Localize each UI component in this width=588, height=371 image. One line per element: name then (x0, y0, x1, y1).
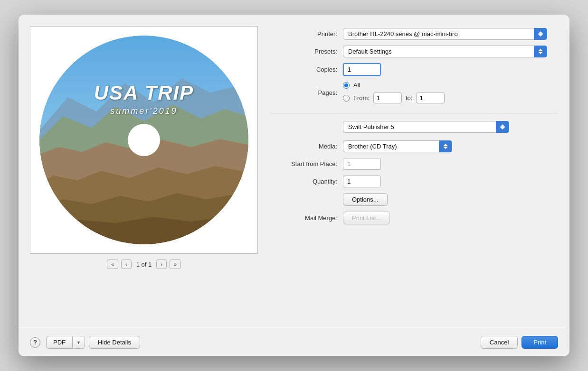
quantity-input[interactable] (343, 176, 381, 187)
first-page-button[interactable]: « (107, 260, 118, 269)
options-row: Options... (343, 193, 558, 206)
copies-row: Copies: (269, 63, 558, 76)
page-info: 1 of 1 (136, 261, 152, 268)
start-from-place-row: Start from Place: (269, 158, 558, 170)
start-from-place-input[interactable] (343, 158, 381, 170)
pages-from-label: From: (353, 94, 370, 102)
pdf-dropdown-arrow-icon: ▼ (76, 340, 81, 345)
controls-panel: Printer: Brother HL-2240 series @ mac-mi… (269, 26, 558, 320)
presets-select[interactable]: Default Settings (343, 46, 547, 57)
pages-group: All From: to: (343, 82, 445, 103)
pages-from-input[interactable] (373, 93, 402, 103)
pagination-bar: « ‹ 1 of 1 › » (107, 260, 181, 269)
pdf-dropdown-button[interactable]: ▼ (72, 336, 85, 349)
help-button[interactable]: ? (30, 337, 40, 348)
plugin-select-row: Swift Publisher 5 (343, 121, 558, 133)
svg-marker-8 (39, 216, 248, 244)
plugin-select[interactable]: Swift Publisher 5 (343, 121, 509, 133)
prev-page-button[interactable]: ‹ (121, 260, 132, 269)
printer-row: Printer: Brother HL-2240 series @ mac-mi… (269, 28, 558, 40)
media-label: Media: (269, 143, 343, 150)
quantity-row: Quantity: (269, 176, 558, 187)
cd-disc-preview: USA TRIP summer'2019 (39, 36, 248, 244)
cd-hole (128, 124, 160, 156)
cd-title: USA TRIP (94, 82, 194, 104)
presets-select-wrapper: Default Settings (343, 46, 547, 57)
pdf-group: PDF ▼ (46, 336, 85, 349)
media-select[interactable]: Brother (CD Tray) (343, 140, 452, 152)
copies-input[interactable] (343, 63, 381, 76)
pages-label: Pages: (269, 89, 343, 96)
media-row: Media: Brother (CD Tray) (269, 140, 558, 152)
presets-row: Presets: Default Settings (269, 46, 558, 57)
pdf-button[interactable]: PDF (46, 336, 72, 349)
mail-merge-label: Mail Merge: (269, 214, 343, 222)
mail-merge-row: Mail Merge: Print List... (269, 212, 558, 224)
quantity-label: Quantity: (269, 178, 343, 185)
options-button[interactable]: Options... (343, 193, 388, 206)
dialog-footer: ? PDF ▼ Hide Details Cancel Print (19, 328, 569, 356)
plugin-select-wrapper: Swift Publisher 5 (343, 121, 509, 133)
pages-all-radio[interactable] (343, 82, 350, 89)
start-from-place-label: Start from Place: (269, 160, 343, 167)
printer-label: Printer: (269, 30, 343, 37)
hide-details-button[interactable]: Hide Details (89, 336, 140, 349)
media-select-wrapper: Brother (CD Tray) (343, 140, 452, 152)
copies-label: Copies: (269, 66, 343, 73)
printer-select-wrapper: Brother HL-2240 series @ mac-mini-bro (343, 28, 547, 40)
cd-background: USA TRIP summer'2019 (39, 36, 248, 244)
cd-text: USA TRIP summer'2019 (94, 82, 194, 116)
print-dialog: USA TRIP summer'2019 « ‹ 1 of 1 › » (19, 15, 569, 356)
cd-subtitle: summer'2019 (94, 106, 194, 116)
print-button[interactable]: Print (522, 336, 558, 349)
pages-row: Pages: All From: to: (269, 82, 558, 103)
section-divider (269, 113, 558, 113)
printer-select[interactable]: Brother HL-2240 series @ mac-mini-bro (343, 28, 547, 40)
print-preview: USA TRIP summer'2019 (30, 26, 258, 254)
next-page-button[interactable]: › (156, 260, 167, 269)
last-page-button[interactable]: » (170, 260, 181, 269)
presets-label: Presets: (269, 48, 343, 55)
pages-range-row: From: to: (343, 93, 445, 103)
pages-all-label: All (353, 82, 360, 89)
print-list-button[interactable]: Print List... (343, 212, 390, 224)
cancel-button[interactable]: Cancel (481, 336, 518, 349)
pages-to-input[interactable] (416, 93, 445, 103)
pages-all-row: All (343, 82, 445, 89)
preview-panel: USA TRIP summer'2019 « ‹ 1 of 1 › » (30, 26, 258, 320)
pages-to-label: to: (406, 94, 412, 102)
pages-range-radio[interactable] (343, 95, 350, 102)
